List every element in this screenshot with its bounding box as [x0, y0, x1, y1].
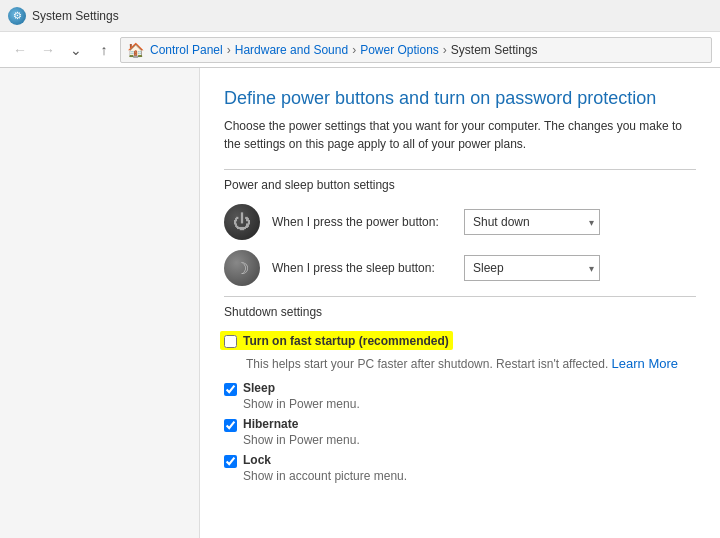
lock-label: Lock: [243, 453, 407, 467]
breadcrumb-sep-2: ›: [352, 43, 356, 57]
lock-checkbox[interactable]: [224, 455, 237, 468]
divider-2: [224, 296, 696, 297]
power-icon: ⏻: [224, 204, 260, 240]
breadcrumb: 🏠 Control Panel › Hardware and Sound › P…: [120, 37, 712, 63]
up-button[interactable]: ↑: [92, 38, 116, 62]
page-description: Choose the power settings that you want …: [224, 117, 696, 153]
sleep-checkbox[interactable]: [224, 383, 237, 396]
power-button-dropdown[interactable]: Shut down Sleep Hibernate Turn off the d…: [464, 209, 600, 235]
sidebar: [0, 68, 200, 538]
sleep-sub: Show in Power menu.: [243, 397, 360, 411]
title-bar: System Settings: [0, 0, 720, 32]
sleep-button-dropdown[interactable]: Sleep Hibernate Shut down Turn off the d…: [464, 255, 600, 281]
power-button-row: ⏻ When I press the power button: Shut do…: [224, 204, 696, 240]
hibernate-sub: Show in Power menu.: [243, 433, 360, 447]
back-button[interactable]: ←: [8, 38, 32, 62]
fast-startup-checkbox[interactable]: [224, 335, 237, 348]
sleep-label: Sleep: [243, 381, 360, 395]
hibernate-label: Hibernate: [243, 417, 360, 431]
lock-sub: Show in account picture menu.: [243, 469, 407, 483]
sleep-button-row: ☽ When I press the sleep button: Sleep H…: [224, 250, 696, 286]
sleep-icon: ☽: [224, 250, 260, 286]
power-button-dropdown-wrapper: Shut down Sleep Hibernate Turn off the d…: [464, 209, 600, 235]
hibernate-row: Hibernate Show in Power menu.: [224, 417, 696, 447]
fast-startup-highlight: Turn on fast startup (recommended): [220, 331, 453, 350]
breadcrumb-hardware-sound[interactable]: Hardware and Sound: [235, 43, 348, 57]
fast-startup-label: Turn on fast startup (recommended): [243, 334, 449, 348]
main-content: Define power buttons and turn on passwor…: [0, 68, 720, 538]
lock-row: Lock Show in account picture menu.: [224, 453, 696, 483]
forward-button[interactable]: →: [36, 38, 60, 62]
breadcrumb-power-options[interactable]: Power Options: [360, 43, 439, 57]
sleep-symbol: ☽: [235, 259, 249, 278]
power-symbol: ⏻: [233, 212, 251, 233]
folder-icon: 🏠: [127, 42, 144, 58]
breadcrumb-sep-1: ›: [227, 43, 231, 57]
fast-startup-description: This helps start your PC faster after sh…: [246, 356, 696, 371]
sleep-row: Sleep Show in Power menu.: [224, 381, 696, 411]
power-button-label: When I press the power button:: [272, 215, 452, 229]
content-area: Define power buttons and turn on passwor…: [200, 68, 720, 538]
recent-button[interactable]: ⌄: [64, 38, 88, 62]
hibernate-checkbox[interactable]: [224, 419, 237, 432]
sleep-button-label: When I press the sleep button:: [272, 261, 452, 275]
shutdown-label: Shutdown settings: [224, 305, 696, 319]
address-bar: ← → ⌄ ↑ 🏠 Control Panel › Hardware and S…: [0, 32, 720, 68]
shutdown-section: Shutdown settings Turn on fast startup (…: [224, 305, 696, 483]
breadcrumb-sep-3: ›: [443, 43, 447, 57]
title-bar-text: System Settings: [32, 9, 119, 23]
fast-startup-learn-more[interactable]: Learn More: [612, 356, 678, 371]
divider-1: [224, 169, 696, 170]
sleep-button-dropdown-wrapper: Sleep Hibernate Shut down Turn off the d…: [464, 255, 600, 281]
fast-startup-row: Turn on fast startup (recommended): [224, 331, 696, 350]
breadcrumb-control-panel[interactable]: Control Panel: [150, 43, 223, 57]
power-sleep-label: Power and sleep button settings: [224, 178, 696, 192]
app-icon: [8, 7, 26, 25]
power-sleep-section: Power and sleep button settings ⏻ When I…: [224, 178, 696, 286]
page-title: Define power buttons and turn on passwor…: [224, 88, 696, 109]
breadcrumb-system-settings: System Settings: [451, 43, 538, 57]
